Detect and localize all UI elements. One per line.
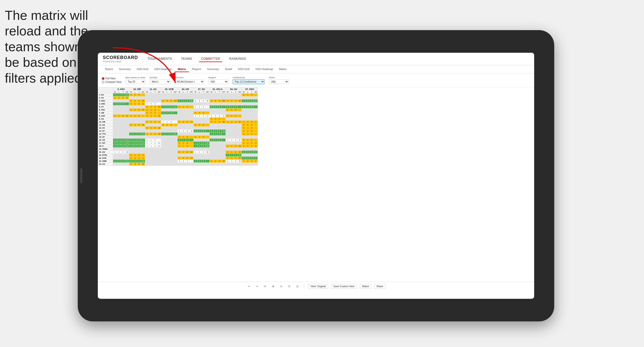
logo-title: SCOREBOARD [103,55,138,60]
region-select[interactable]: N/A East West South Midwest [208,79,228,84]
matrix-cell: 11 [238,139,242,142]
matrix-cell [189,148,193,151]
row-label: 3. ASU [98,99,113,102]
matrix-cell [246,148,250,151]
matrix-cell: 0 [133,145,137,148]
matrix-cell [169,139,173,142]
matrix-cell [121,130,125,133]
table-row: 3. ASU0408005012020048000520601600308330… [98,99,258,102]
view-original-button[interactable]: View: Original [308,284,328,289]
row-label: 1. AU [98,93,113,96]
matrix-cell: 52 [205,99,209,102]
nav-tournaments[interactable]: TOURNAMENTS [145,56,174,62]
matrix-cell: 0 [250,145,254,148]
matrix-cell: - [221,139,226,142]
undo-button[interactable]: ↩ [247,284,252,288]
matrix-cell: 3 [141,157,145,160]
full-view-option[interactable]: Full View [102,77,121,80]
matrix-cell: 2 [129,160,133,163]
conference-select[interactable]: Pac-12 Conference (All) ACC Big Ten [232,79,265,84]
sub-nav-h2h-grid1[interactable]: H2H Grid [134,67,151,72]
matrix-cell [145,151,149,154]
sub-nav-summary1[interactable]: Summary [116,67,134,72]
matrix-cell [234,102,238,105]
gender-select[interactable]: Men's Women's [149,79,171,84]
team-select[interactable]: (All) [269,79,289,84]
max-teams-select[interactable]: Top 25 Top 50 All [125,79,145,84]
matrix-cell [149,154,153,157]
sub-nav-h2h-heatmap2[interactable]: H2H Heatmap [253,67,276,72]
sub-nav-teams[interactable]: Teams [102,67,116,72]
save-custom-button[interactable]: Save Custom View [331,284,357,289]
sub-nav-players[interactable]: Players [189,67,204,72]
sub-nav-h2h-heatmap1[interactable]: H2H Heatmap [151,67,175,72]
matrix-cell: 1 [129,108,133,111]
refresh-button[interactable]: ⟳ [263,284,268,288]
matrix-cell: 0 [193,99,197,102]
matrix-area[interactable]: 3. ASU 10. UW 11. UA 22. UCB 24. UO 27. … [98,87,534,282]
matrix-cell [250,111,254,114]
matrix-cell: 35 [157,105,161,108]
matrix-cell [230,102,234,105]
nav-committee[interactable]: COMMITTEE [199,56,222,62]
sub-nav-matrix2[interactable]: Matrix [276,67,290,72]
matrix-cell [181,163,185,166]
matrix-cell: 0 [117,142,121,145]
redo-button[interactable]: ↪ [255,284,260,288]
matrix-cell [238,102,242,105]
matrix-cell [113,124,117,127]
matrix-cell [145,99,149,102]
matrix-cell [181,154,185,157]
matrix-cell: 5 [254,145,258,148]
timer-button[interactable]: ⊡ [295,284,300,288]
nav-teams[interactable]: TEAMS [179,56,194,62]
compact-view-option[interactable]: Compact View [102,81,121,83]
matrix-cell [213,157,217,160]
settings-button[interactable]: ∅ [287,284,292,288]
matrix-cell: 0 [181,160,185,163]
matrix-cell: 0 [201,160,205,163]
view-button[interactable]: ⊙ [279,284,284,288]
matrix-cell: 2 [197,111,201,114]
watch-button[interactable]: Watch [360,284,371,289]
matrix-cell [173,139,178,142]
tablet-frame: SCOREBOARD Powered by clippd TOURNAMENTS… [78,30,554,321]
table-row: 8. UAF01014120-010151101100011010- [98,114,258,118]
sub-nav-summary2[interactable]: Summary [204,67,222,72]
matrix-cell: 1 [242,151,246,154]
share-button[interactable]: Share [374,284,386,289]
matrix-cell [149,118,153,121]
sub-nav-detail[interactable]: Detail [222,67,235,72]
matrix-cell [213,102,217,105]
matrix-cell [177,124,181,127]
matrix-cell [185,108,189,111]
matrix-cell [113,127,117,130]
compact-view-radio[interactable] [102,81,104,83]
matrix-cell [181,148,185,151]
matrix-cell: - [141,93,145,96]
division-select[interactable]: NCAA Division I NCAA Division II NCAA Di… [175,79,204,84]
sub-nav-matrix1[interactable]: Matrix [175,67,189,72]
matrix-cell: 51 [238,121,242,124]
matrix-cell: 0 [121,142,125,145]
max-teams-filter: Max teams in view Top 25 Top 50 All [125,76,145,84]
matrix-cell: 0 [153,111,157,114]
matrix-cell [125,118,129,121]
nav-rankings[interactable]: RANKINGS [227,56,248,62]
matrix-cell [173,163,178,166]
matrix-cell [145,118,149,121]
matrix-cell: 3 [133,157,137,160]
matrix-cell [121,157,125,160]
full-view-radio[interactable] [102,77,104,80]
matrix-cell [173,93,178,96]
matrix-cell: 0 [137,142,141,145]
matrix-cell [125,136,129,139]
matrix-cell [133,148,137,151]
matrix-cell [169,102,173,105]
matrix-cell: 15 [157,114,161,118]
matrix-cell: 0 [185,136,189,139]
matrix-cell: 0 [129,163,133,166]
matrix-cell: 0 [177,105,181,108]
add-button[interactable]: ⊕ [271,284,276,288]
sub-nav-h2h-grid2[interactable]: H2H Grid [235,67,253,72]
